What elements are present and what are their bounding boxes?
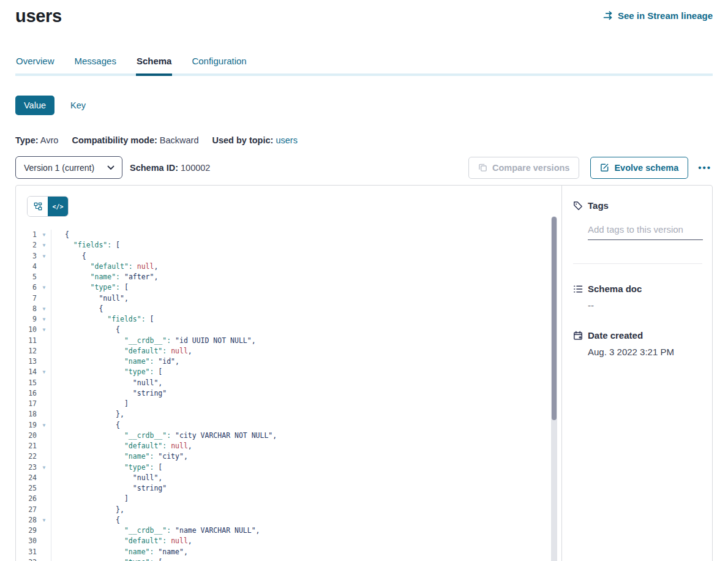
fold-arrow-icon[interactable]: ▼ (39, 557, 49, 561)
line-number: 9 (16, 314, 39, 325)
line-number: 11 (16, 336, 39, 346)
tag-icon (573, 201, 583, 211)
compare-versions-label: Compare versions (492, 163, 570, 173)
date-created-title: Date created (588, 330, 643, 341)
fold-gutter (39, 409, 49, 420)
fold-arrow-icon[interactable]: ▼ (39, 462, 49, 473)
line-number: 15 (16, 378, 39, 388)
fold-arrow-icon[interactable]: ▼ (39, 314, 49, 325)
tree-view-button[interactable] (28, 197, 48, 216)
stream-lineage-link[interactable]: See in Stream lineage (603, 10, 713, 21)
fold-gutter (39, 473, 49, 483)
code-view-button[interactable]: </> (48, 197, 68, 216)
fold-arrow-icon[interactable]: ▼ (39, 230, 49, 240)
fold-arrow-icon[interactable]: ▼ (39, 282, 49, 293)
fold-gutter (39, 494, 49, 504)
editor-scrollbar-track[interactable] (551, 216, 557, 561)
code-text: { (51, 515, 120, 525)
line-number: 12 (16, 346, 39, 356)
fold-arrow-icon[interactable]: ▼ (39, 325, 49, 335)
controls-row: Version 1 (current) Schema ID: 100002 Co… (15, 156, 713, 179)
add-tags-input[interactable] (588, 222, 703, 240)
code-text: }, (51, 505, 124, 515)
schema-id-value: 100002 (181, 163, 210, 173)
code-text: "name": "city", (51, 451, 188, 462)
line-number: 25 (16, 483, 39, 494)
page-title: users (15, 6, 62, 26)
stream-lineage-label: See in Stream lineage (618, 10, 713, 21)
line-number: 30 (16, 536, 39, 546)
code-line: 11 "__crdb__": "id UUID NOT NULL", (16, 336, 561, 346)
line-number: 21 (16, 441, 39, 451)
tab-schema[interactable]: Schema (136, 52, 173, 76)
code-text: "fields": [ (51, 240, 120, 250)
code-line: 25 "string" (16, 483, 561, 494)
code-text: "type": [ (51, 282, 129, 293)
code-text: }, (51, 409, 124, 420)
editor-scrollbar-thumb[interactable] (552, 217, 557, 420)
line-number: 27 (16, 505, 39, 515)
used-by-topic-label: Used by topic: (212, 135, 273, 145)
code-text: ] (51, 494, 129, 504)
line-number: 8 (16, 304, 39, 314)
code-line: 17 ] (16, 399, 561, 409)
code-line: 12 "default": null, (16, 346, 561, 356)
line-number: 13 (16, 356, 39, 367)
sidebar-divider (573, 263, 702, 264)
line-number: 7 (16, 293, 39, 304)
fold-arrow-icon[interactable]: ▼ (39, 367, 49, 377)
fold-arrow-icon[interactable]: ▼ (39, 304, 49, 314)
code-text: "__crdb__": "id UUID NOT NULL", (51, 336, 256, 346)
code-text: "fields": [ (51, 314, 154, 325)
schema-meta-row: Type: Avro Compatibility mode: Backward … (15, 135, 713, 145)
view-mode-toggle: </> (27, 196, 69, 217)
line-number: 18 (16, 409, 39, 420)
tab-overview[interactable]: Overview (15, 52, 55, 76)
line-number: 32 (16, 557, 39, 561)
code-text: { (51, 325, 120, 335)
code-text: { (51, 420, 120, 431)
version-select[interactable]: Version 1 (current) (15, 156, 122, 179)
fold-gutter (39, 525, 49, 536)
fold-arrow-icon[interactable]: ▼ (39, 420, 49, 431)
line-number: 4 (16, 262, 39, 272)
code-text: "type": [ (51, 367, 162, 377)
line-number: 28 (16, 515, 39, 525)
code-text: "name": "after", (51, 272, 158, 282)
code-line: 28▼ { (16, 515, 561, 525)
code-text: "name": "name", (51, 547, 188, 557)
tab-configuration[interactable]: Configuration (191, 52, 247, 76)
code-text: ] (51, 399, 129, 409)
code-text: { (51, 304, 103, 314)
code-line: 10▼ { (16, 325, 561, 335)
version-select-value: Version 1 (current) (24, 163, 94, 173)
tags-section: Tags (573, 200, 702, 240)
code-line: 26 ] (16, 494, 561, 504)
line-number: 2 (16, 240, 39, 250)
type-value: Avro (40, 135, 59, 145)
code-line: 31 "name": "name", (16, 547, 561, 557)
evolve-schema-button[interactable]: Evolve schema (590, 157, 688, 179)
topic-link[interactable]: users (276, 135, 297, 145)
edit-icon (600, 163, 609, 172)
fold-arrow-icon[interactable]: ▼ (39, 240, 49, 250)
code-line: 15 "null", (16, 378, 561, 388)
code-line: 20 "__crdb__": "city VARCHAR NOT NULL", (16, 431, 561, 441)
more-actions-button[interactable]: ••• (697, 160, 713, 175)
code-line: 27 }, (16, 505, 561, 515)
fold-arrow-icon[interactable]: ▼ (39, 515, 49, 525)
code-line: 4 "default": null, (16, 262, 561, 272)
line-number: 10 (16, 325, 39, 335)
tab-messages[interactable]: Messages (74, 52, 117, 76)
key-toggle-link[interactable]: Key (70, 100, 86, 110)
line-number: 14 (16, 367, 39, 377)
compatibility-label: Compatibility mode: (72, 135, 157, 145)
value-toggle-button[interactable]: Value (15, 96, 54, 115)
line-number: 16 (16, 388, 39, 399)
fold-arrow-icon[interactable]: ▼ (39, 251, 49, 262)
compare-versions-button[interactable]: Compare versions (468, 157, 580, 179)
code-line: 2▼ "fields": [ (16, 240, 561, 250)
topbar: users See in Stream lineage (0, 0, 728, 26)
fold-gutter (39, 336, 49, 346)
code-line: 18 }, (16, 409, 561, 420)
